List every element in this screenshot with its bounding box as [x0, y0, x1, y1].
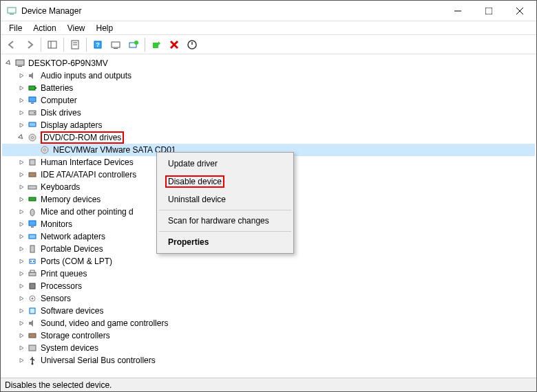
help-button[interactable]: ? [90, 36, 106, 53]
expander-closed-icon[interactable] [16, 281, 27, 292]
toolbar-separator [145, 38, 145, 52]
tree-root[interactable]: DESKTOP-6P9N3MV [2, 57, 535, 69]
expander-closed-icon[interactable] [16, 355, 27, 366]
printer-icon [27, 268, 38, 279]
expander-closed-icon[interactable] [16, 256, 27, 267]
toolbar: ? [1, 35, 536, 54]
expander-closed-icon[interactable] [16, 83, 27, 94]
expander-none [28, 144, 39, 155]
tree-item-sound[interactable]: Sound, video and game controllers [2, 317, 535, 329]
show-hide-tree-button[interactable] [44, 36, 61, 53]
close-button[interactable] [504, 1, 535, 21]
svg-rect-0 [8, 8, 16, 13]
expander-closed-icon[interactable] [16, 194, 27, 205]
tree-item-computer[interactable]: Computer [2, 94, 535, 107]
expander-closed-icon[interactable] [16, 182, 27, 193]
update-driver-button[interactable] [125, 36, 142, 53]
svg-rect-35 [29, 173, 36, 177]
menu-view[interactable]: View [62, 22, 91, 34]
node-label: Audio inputs and outputs [41, 71, 131, 80]
dvd-icon [27, 132, 38, 143]
expander-closed-icon[interactable] [16, 107, 27, 118]
sensor-icon [27, 293, 38, 304]
svg-rect-34 [30, 160, 35, 165]
tree-item-display[interactable]: Display adapters [2, 119, 535, 131]
expander-open-icon[interactable] [16, 132, 27, 143]
expander-closed-icon[interactable] [16, 305, 27, 316]
expander-closed-icon[interactable] [16, 330, 27, 341]
expander-closed-icon[interactable] [16, 342, 27, 353]
svg-rect-47 [30, 270, 34, 272]
statusbar: Disables the selected device. [1, 378, 536, 391]
memory-icon [27, 194, 38, 205]
tree-item-disk[interactable]: Disk drives [2, 107, 535, 119]
node-label: Software devices [41, 306, 103, 316]
ctx-update-driver[interactable]: Update driver [158, 155, 292, 172]
expander-closed-icon[interactable] [16, 219, 27, 230]
svg-rect-41 [29, 235, 36, 239]
scan-button[interactable] [107, 36, 124, 53]
ctx-separator [159, 210, 291, 210]
ctx-uninstall-device[interactable]: Uninstall device [158, 191, 292, 208]
expander-closed-icon[interactable] [16, 231, 27, 242]
menu-file[interactable]: File [3, 22, 28, 34]
expander-closed-icon[interactable] [16, 293, 27, 304]
expander-closed-icon[interactable] [16, 169, 27, 180]
svg-text:?: ? [96, 41, 100, 48]
ide-icon [27, 169, 38, 180]
tree-item-dvd[interactable]: DVD/CD-ROM drives [2, 131, 535, 144]
tree-item-storage[interactable]: Storage controllers [2, 329, 535, 342]
software-icon [27, 305, 38, 316]
properties-button[interactable] [67, 36, 83, 53]
menu-action[interactable]: Action [28, 22, 61, 34]
node-label: Sensors [41, 294, 71, 303]
expander-open-icon[interactable] [3, 58, 14, 69]
svg-rect-52 [29, 334, 36, 338]
root-label: DESKTOP-6P9N3MV [28, 58, 108, 68]
dvd-icon [39, 144, 50, 155]
tree-item-ports[interactable]: Ports (COM & LPT) [2, 255, 535, 268]
node-label: Memory devices [41, 195, 101, 204]
svg-rect-39 [29, 221, 36, 226]
expander-closed-icon[interactable] [16, 318, 27, 329]
expander-closed-icon[interactable] [16, 243, 27, 254]
forward-button[interactable] [21, 36, 38, 53]
expander-closed-icon[interactable] [16, 157, 27, 168]
ctx-separator [159, 231, 291, 232]
usb-icon [27, 355, 38, 366]
status-text: Disables the selected device. [5, 380, 112, 390]
ctx-scan-hardware[interactable]: Scan for hardware changes [158, 213, 292, 229]
storage-icon [27, 330, 38, 341]
expander-closed-icon[interactable] [16, 206, 27, 217]
maximize-button[interactable] [473, 1, 504, 21]
node-label: Sound, video and game controllers [41, 318, 168, 328]
disk-icon [27, 107, 38, 118]
expander-closed-icon[interactable] [16, 70, 27, 81]
system-icon [27, 342, 38, 353]
tree-item-software[interactable]: Software devices [2, 305, 535, 317]
svg-point-31 [32, 137, 34, 139]
expander-closed-icon[interactable] [16, 95, 27, 106]
menu-help[interactable]: Help [91, 22, 119, 34]
ctx-properties[interactable]: Properties [158, 234, 292, 250]
tree-item-sensors[interactable]: Sensors [2, 292, 535, 305]
tree-item-processors[interactable]: Processors [2, 280, 535, 292]
tree-item-usb[interactable]: Universal Serial Bus controllers [2, 354, 535, 367]
disable-button[interactable] [184, 36, 200, 53]
expander-closed-icon[interactable] [16, 120, 27, 131]
ctx-disable-device[interactable]: Disable device [158, 172, 292, 191]
tree-item-batteries[interactable]: Batteries [2, 82, 535, 94]
minimize-button[interactable] [442, 1, 473, 21]
tree-item-system[interactable]: System devices [2, 342, 535, 354]
uninstall-button[interactable] [166, 36, 182, 53]
enable-button[interactable] [148, 36, 165, 53]
window-title: Device Manager [21, 6, 442, 16]
node-label: Batteries [41, 83, 73, 93]
tree-item-printq[interactable]: Print queues [2, 268, 535, 280]
node-label: Disk drives [41, 108, 81, 118]
computer-icon [14, 58, 25, 69]
back-button[interactable] [3, 36, 20, 53]
svg-rect-51 [30, 308, 35, 314]
tree-item-audio[interactable]: Audio inputs and outputs [2, 69, 535, 82]
expander-closed-icon[interactable] [16, 268, 27, 279]
